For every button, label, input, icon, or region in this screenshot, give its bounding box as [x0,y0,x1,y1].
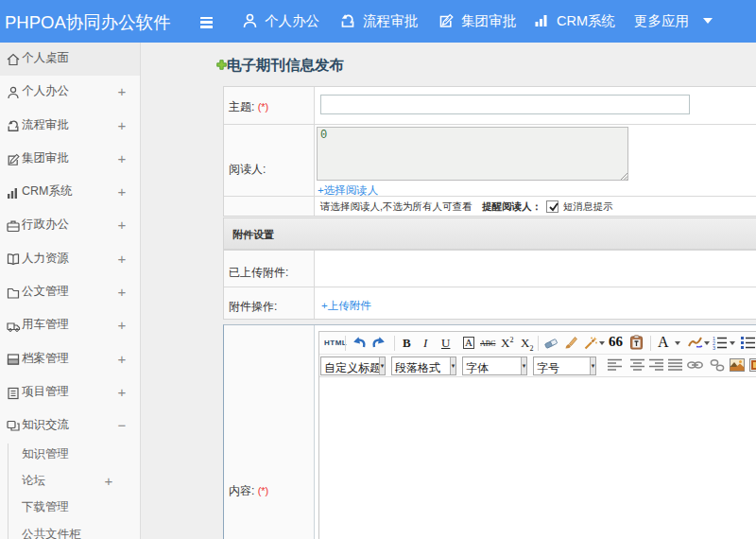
svg-text:3: 3 [713,344,715,350]
